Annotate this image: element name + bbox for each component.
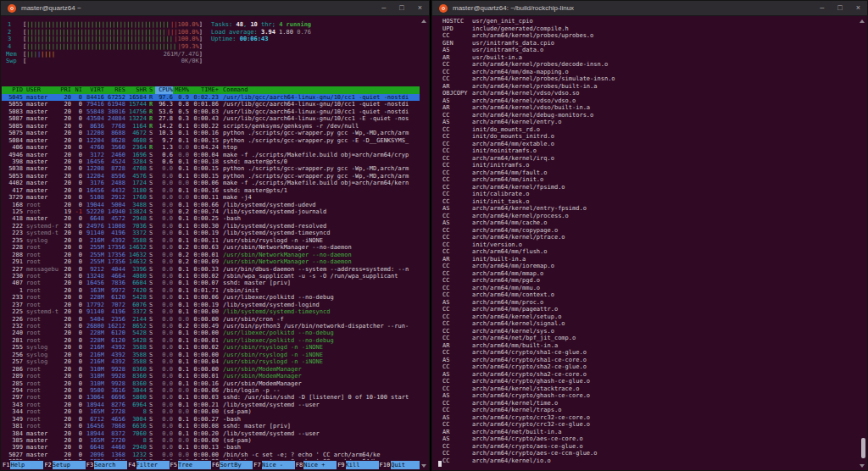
process-row[interactable]: 384master2001894483727060S0.00.10:00.20/…: [2, 430, 420, 437]
process-row[interactable]: 5053master2001220485964576S0.00.10:00.15…: [2, 173, 420, 180]
build-log-line: CCinit/init_task.o: [433, 198, 859, 206]
process-row[interactable]: 286root200310M99288360S0.00.10:00.00/usr…: [2, 366, 420, 373]
process-row[interactable]: 406master200476035602364R1.30.00:04.24ht…: [2, 144, 420, 151]
maximize-button[interactable]: □: [837, 4, 842, 12]
build-log-line: CCinit/do_mounts_initrd.o: [433, 133, 859, 141]
fkey-button-nice[interactable]: F8Nice +: [295, 461, 337, 469]
column-header-time[interactable]: TIME+: [189, 86, 219, 94]
process-row[interactable]: 399master200664844602940S0.00.10:00.13-b…: [2, 444, 420, 451]
process-row[interactable]: 125root19-1522201494013824S0.00.20:00.74…: [2, 208, 420, 215]
process-row[interactable]: 289root200310M99288360S0.00.10:00.01/usr…: [2, 373, 420, 380]
process-row[interactable]: 4946master200317224601696S0.60.00:00.04m…: [2, 152, 420, 158]
build-log-line: ASusr/initramfs_data.o: [433, 47, 859, 54]
process-row[interactable]: 344root200165M27288S0.00.00:00.00(sd-pam…: [2, 408, 420, 415]
process-row[interactable]: 233root200228M61205428S0.00.10:00.06/usr…: [2, 294, 420, 301]
process-row[interactable]: 255syslog200216M43923588S0.00.10:00.02/u…: [2, 344, 420, 351]
build-log-screen: HOSTCCusr/gen_init_cpioUPDinclude/genera…: [432, 15, 867, 470]
process-row[interactable]: 5038master2001220887284708S0.00.10:00.15…: [2, 165, 420, 172]
build-log-line: OBJCOPYarch/arm64/kernel/vdso/vdso.so: [433, 90, 859, 97]
build-log-line: ASarch/arm64/crypto/aes-ce-core.o: [433, 435, 859, 443]
column-header-shr[interactable]: SHR: [125, 86, 147, 94]
build-log-line: ASarch/arm64/kernel/entry.o: [433, 119, 859, 126]
scroll-up-icon[interactable]: [421, 19, 426, 23]
fkey-button-search[interactable]: F3Search: [86, 461, 127, 469]
build-log-line: CCarch/arm64/mm/ioremap.o: [433, 263, 859, 270]
process-row[interactable]: 5087master200435042488413224R27.80.30:00…: [2, 115, 420, 122]
process-row[interactable]: 257syslog200216M43923588S0.00.10:00.04/u…: [2, 358, 420, 365]
fkey-button-sortby[interactable]: F6SortBy: [211, 461, 253, 469]
process-row[interactable]: 5084master2001220486284608S9.70.10:00.15…: [2, 137, 420, 144]
process-row[interactable]: 5085master200863677681164R14.20.10:00.22…: [2, 123, 420, 130]
column-header-user[interactable]: USER: [23, 86, 58, 94]
fkey-button-nice[interactable]: F7Nice -: [253, 461, 294, 469]
fkey-button-quit[interactable]: F10Quit: [379, 461, 420, 469]
column-header-mem[interactable]: MEM%: [173, 86, 189, 94]
process-row[interactable]: 5027master200209613681232S0.00.00:00.00/…: [2, 452, 420, 458]
process-row[interactable]: 230root2001324846644080S0.00.10:00.02/sb…: [2, 273, 420, 280]
process-row[interactable]: 297root2001306466965800S0.00.10:00.03ssh…: [2, 394, 420, 401]
process-row[interactable]: 237root2001779270726076S0.00.10:00.19/li…: [2, 302, 420, 308]
process-row[interactable]: 168root2001904450043488S0.00.10:00.66/li…: [2, 202, 420, 208]
process-row[interactable]: 225systemd-t2009114041963372S0.00.10:00.…: [2, 308, 420, 315]
column-header-res[interactable]: RES: [104, 86, 125, 94]
scroll-up-icon[interactable]: [860, 19, 865, 23]
process-row[interactable]: 240root200228M61205428S0.00.10:00.00/usr…: [2, 330, 420, 336]
process-row[interactable]: 381root2001645678686636S0.00.10:00.08ssh…: [2, 423, 420, 429]
process-row[interactable]: 232root20026800162128652S0.00.20:00.49/u…: [2, 323, 420, 330]
close-button[interactable]: ×: [418, 4, 422, 12]
close-button[interactable]: ×: [856, 4, 860, 12]
process-row[interactable]: 5035master2002096648564S0.00.00:00.00/bi…: [2, 458, 420, 460]
column-header-pid[interactable]: PID: [5, 86, 23, 94]
build-log-line: GENusr/initramfs_data.cpio: [433, 40, 859, 47]
build-log-line: CCarch/arm64/kernel/ptrace.o: [433, 234, 859, 241]
maximize-button[interactable]: □: [399, 4, 403, 12]
fkey-button-setup[interactable]: F2Setup: [43, 461, 85, 469]
process-row[interactable]: 222systemd-r20024976110087036S0.00.10:00…: [2, 223, 420, 230]
scroll-down-icon[interactable]: [421, 464, 426, 468]
title-bar[interactable]: master@quartz64 ~ – □ ×: [1, 1, 429, 16]
process-row[interactable]: 349root200671246563004S0.00.10:00.27-bas…: [2, 416, 420, 423]
process-row[interactable]: 407root2001645678366604S0.00.10:00.07ssh…: [2, 280, 420, 286]
scrollbar-thumb[interactable]: [861, 438, 865, 458]
process-row[interactable]: 281root200228M61205428S0.00.10:00.01/usr…: [2, 337, 420, 344]
process-row[interactable]: 256syslog200216M43923588S0.00.10:00.00/u…: [2, 352, 420, 358]
process-row[interactable]: 398master2001645645243284S0.60.10:00.18s…: [2, 158, 420, 165]
process-row[interactable]: 4402master200317624881724S0.00.00:00.06m…: [2, 180, 420, 186]
column-header-pri[interactable]: PRI: [58, 86, 71, 94]
process-row[interactable]: 235syslog200216M43923588S0.00.10:00.11/u…: [2, 237, 420, 244]
column-header-s[interactable]: S: [147, 86, 155, 94]
ubuntu-logo-icon: [8, 4, 16, 13]
title-bar[interactable]: master@quartz64: ~/build/rockchip-linux …: [432, 1, 867, 16]
process-row[interactable]: 288root200255M1735614632S0.00.20:00.01/u…: [2, 252, 420, 258]
minimize-button[interactable]: –: [381, 4, 386, 12]
process-row[interactable]: 5055master200794166194815744R96.30.80:01…: [2, 101, 420, 108]
process-row[interactable]: 291root200255M1735614632S0.00.20:00.09/u…: [2, 258, 420, 265]
process-row[interactable]: 418master200664845722948S0.00.10:00.25-b…: [2, 215, 420, 222]
column-header-command[interactable]: Command: [219, 86, 420, 94]
process-row[interactable]: 3729master200510829121760S0.00.00:00.11m…: [2, 194, 420, 201]
build-log-line: CCarch/arm64/mm/fault.o: [433, 169, 859, 177]
process-row[interactable]: 5075master2001220886884672S10.30.10:00.1…: [2, 130, 420, 136]
column-header-ni[interactable]: NI: [71, 86, 82, 94]
process-row[interactable]: 5083master200558483801614756R53.60.50:00…: [2, 108, 420, 115]
fkey-button-filter[interactable]: F4Filter: [127, 461, 169, 469]
process-row[interactable]: 417master2001645644323180S0.00.10:00.16s…: [2, 187, 420, 194]
fkey-button-help[interactable]: F1Help: [2, 461, 43, 469]
process-row[interactable]: 294root200950036163044S0.00.00:00.06/bin…: [2, 387, 420, 394]
process-row[interactable]: 5045master200844166725216584R97.60.90:02…: [2, 94, 420, 101]
fkey-button-tree[interactable]: F5Tree: [170, 461, 211, 469]
process-row[interactable]: 227messagebu200921240443396S0.00.10:00.3…: [2, 266, 420, 273]
column-header-virt[interactable]: VIRT: [82, 86, 104, 94]
process-row[interactable]: 226root200540423562144S0.00.00:00.00/usr…: [2, 316, 420, 323]
process-row[interactable]: 285root200310M99288360S0.00.10:00.16/usr…: [2, 380, 420, 387]
process-row[interactable]: 343root2001894482766964S0.00.10:00.21/li…: [2, 402, 420, 408]
minimize-button[interactable]: –: [820, 4, 824, 12]
build-log-line: CCinit/version.o: [433, 241, 859, 249]
column-header-cpu[interactable]: CPU%: [155, 86, 173, 94]
process-row[interactable]: 1root200163M99727420S0.00.10:01.71/sbin/…: [2, 287, 420, 294]
fkey-button-kill[interactable]: F9Kill: [337, 461, 378, 469]
process-row[interactable]: 223systemd-t2009114041963372S0.00.10:00.…: [2, 230, 420, 236]
process-row[interactable]: 228root200255M1735614632S0.00.20:00.63/u…: [2, 244, 420, 251]
process-row[interactable]: 385master200165M27208S0.00.00:00.00(sd-p…: [2, 437, 420, 444]
scroll-down-icon[interactable]: [860, 464, 865, 468]
